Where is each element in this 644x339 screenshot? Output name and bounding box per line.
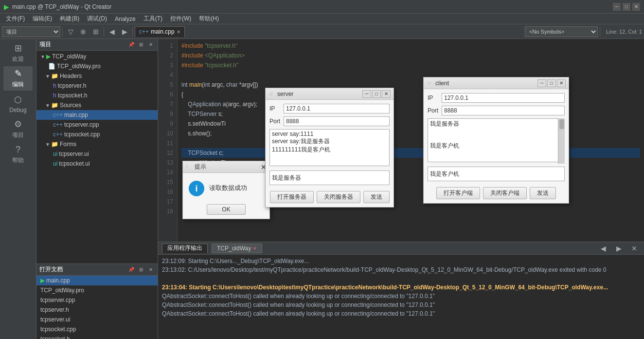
open-doc-main-cpp[interactable]: ▶ main.cpp <box>36 276 158 285</box>
menu-build[interactable]: 构建(B) <box>56 14 83 24</box>
tab-close-btn[interactable]: ✕ <box>177 29 180 35</box>
editor-tab-main[interactable]: c++ main.cpp ✕ <box>135 26 185 37</box>
minimize-button[interactable]: ─ <box>613 3 621 11</box>
client-port-input[interactable] <box>442 106 565 115</box>
open-doc-pro[interactable]: TCP_oldWay.pro <box>36 285 158 295</box>
client-port-row: Port <box>428 106 565 115</box>
tree-item-tcpserver-cpp[interactable]: c++ tcpserver.cpp <box>36 120 158 130</box>
client-close-btn[interactable]: ✕ <box>557 79 566 87</box>
menu-tools[interactable]: 工具(T) <box>140 14 166 24</box>
menu-widgets[interactable]: 控件(W) <box>166 14 195 24</box>
open-doc-label-4: tcpserver.ui <box>40 316 70 323</box>
tree-item-tcpsocket-cpp[interactable]: c++ tcpsocket.cpp <box>36 130 158 139</box>
client-scrollbar[interactable] <box>558 118 565 164</box>
tree-item-root[interactable]: ▼ ▶ TCP_oldWay <box>36 52 158 61</box>
server-close-btn2[interactable]: 关闭服务器 <box>317 191 360 203</box>
tree-item-main-cpp[interactable]: c++ main.cpp <box>36 110 158 120</box>
welcome-icon: ⊞ <box>15 43 22 54</box>
tree-item-tcpsocket-h[interactable]: h tcpsocket.h <box>36 91 158 100</box>
tree-item-tcpserver-ui[interactable]: ui tcpserver.ui <box>36 149 158 159</box>
client-close-btn2[interactable]: 关闭客户端 <box>483 187 527 199</box>
code-line-2: #include <QApplication> <box>181 51 640 60</box>
tree-item-headers[interactable]: ▼ 📁 Headers <box>36 71 158 81</box>
server-title: server <box>277 91 361 97</box>
client-send-btn[interactable]: 发送 <box>530 187 556 199</box>
client-body: IP Port 我是服务器 我是客户机 打开客户端 关闭客户端 发送 <box>424 89 569 203</box>
server-send-btn[interactable]: 发送 <box>363 191 390 203</box>
server-maximize-btn[interactable]: □ <box>372 90 381 98</box>
server-open-btn[interactable]: 打开服务器 <box>270 191 314 203</box>
sidebar-item-welcome[interactable]: ⊞ 欢迎 <box>3 41 33 65</box>
bottom-panel-scroll-right[interactable]: ▶ <box>613 243 625 254</box>
open-doc-label-1: TCP_oldWay.pro <box>40 287 84 294</box>
close-button[interactable]: ✕ <box>632 3 640 11</box>
server-close-btn[interactable]: ✕ <box>382 90 391 98</box>
sidebar-label-welcome: 欢迎 <box>12 55 24 63</box>
menu-help[interactable]: 帮助(H) <box>195 14 223 24</box>
menu-debug[interactable]: 调试(D) <box>83 14 111 24</box>
open-docs-pin-btn[interactable]: 📌 <box>127 266 135 274</box>
open-doc-tcpserver-h[interactable]: tcpserver.h <box>36 305 158 315</box>
open-docs-expand-btn[interactable]: ⊞ <box>137 266 145 274</box>
tree-item-pro[interactable]: 📄 TCP_oldWay.pro <box>36 61 158 71</box>
sidebar: ⊞ 欢迎 ✎ 编辑 ⬡ Debug ⚙ 项目 ? 帮助 <box>0 39 36 339</box>
bottom-tab-project[interactable]: TCP_oldWay ✕ <box>212 244 262 253</box>
client-open-btn[interactable]: 打开客户端 <box>436 187 480 199</box>
tree-item-sources[interactable]: ▼ 📁 Sources <box>36 100 158 110</box>
server-log-area[interactable]: server say:1111 server say:我是服务器 1111111… <box>269 129 390 166</box>
server-body: IP Port server say:1111 server say:我是服务器… <box>266 100 394 207</box>
bottom-panel-scroll-left[interactable]: ◀ <box>597 243 609 254</box>
open-doc-tcpserver-cpp[interactable]: tcpserver.cpp <box>36 295 158 305</box>
server-send-input[interactable] <box>269 170 390 185</box>
dialog-ok-btn[interactable]: OK <box>207 204 245 215</box>
client-send-input[interactable] <box>428 167 565 181</box>
output-line-0: 23:12:09: Starting C:\Users..._Debug\TCP… <box>162 257 640 265</box>
tree-label-main-cpp: main.cpp <box>64 112 88 118</box>
client-ip-input[interactable] <box>442 93 565 103</box>
server-ip-input[interactable] <box>284 104 390 113</box>
server-port-label: Port <box>269 118 282 125</box>
titlebar: ▶ main.cpp @ TCP_oldWay - Qt Creator ─ □… <box>0 0 644 14</box>
tree-icon-root: ▶ <box>46 53 51 60</box>
tree-item-tcpserver-h[interactable]: h tcpserver.h <box>36 81 158 91</box>
toolbar-link-btn[interactable]: ⊕ <box>77 26 89 38</box>
editor-tabs: c++ main.cpp ✕ <box>135 24 524 38</box>
toolbar-back-btn[interactable]: ◀ <box>106 26 118 38</box>
toolbar-filter-btn[interactable]: ▽ <box>65 26 76 38</box>
maximize-button[interactable]: □ <box>623 3 630 11</box>
client-maximize-btn[interactable]: □ <box>547 79 556 87</box>
menu-analyze[interactable]: Analyze <box>111 15 140 23</box>
sidebar-item-edit[interactable]: ✎ 编辑 <box>3 66 33 91</box>
panel-split-btn[interactable]: ⊞ <box>137 41 145 49</box>
sidebar-item-project[interactable]: ⚙ 项目 <box>3 117 33 141</box>
client-minimize-btn[interactable]: ─ <box>537 79 546 87</box>
code-line-7: QApplication a(argc, argv); <box>181 99 640 109</box>
sidebar-item-help[interactable]: ? 帮助 <box>3 142 33 167</box>
open-doc-tcpserver-ui[interactable]: tcpserver.ui <box>36 315 158 324</box>
open-docs-section: 打开文档 📌 ⊞ ✕ ▶ main.cpp <box>36 264 158 339</box>
client-log-area[interactable]: 我是服务器 我是客户机 <box>428 118 565 162</box>
bottom-tab-output[interactable]: 应用程序输出 <box>162 244 208 253</box>
menu-edit[interactable]: 编辑(E) <box>29 14 56 24</box>
output-line-4: QAbstractSocket::connectToHost() called … <box>162 292 640 301</box>
server-titlebar[interactable]: 🖥 server ─ □ ✕ <box>266 88 394 100</box>
menu-file[interactable]: 文件(F) <box>2 14 29 24</box>
tree-item-tcpsocket-ui[interactable]: ui tcpsocket.ui <box>36 159 158 169</box>
server-ip-row: IP <box>269 104 390 113</box>
client-titlebar[interactable]: 🖥 client ─ □ ✕ <box>424 77 569 89</box>
panel-pin-btn[interactable]: 📌 <box>127 41 135 49</box>
tree-item-forms[interactable]: ▼ 📁 Forms <box>36 139 158 149</box>
open-docs-close-btn[interactable]: ✕ <box>147 266 155 274</box>
panel-close-btn[interactable]: ✕ <box>147 41 155 49</box>
toolbar-expand-btn[interactable]: ⊞ <box>90 26 102 38</box>
server-port-input[interactable] <box>284 116 390 126</box>
open-doc-tcpsocket-h[interactable]: tcpsocket.h <box>36 334 158 339</box>
bottom-tab-close-icon[interactable]: ✕ <box>253 246 257 251</box>
project-dropdown[interactable]: 项目 <box>2 26 60 37</box>
open-doc-tcpsocket-cpp[interactable]: tcpsocket.cpp <box>36 324 158 334</box>
symbols-dropdown[interactable]: <No Symbols> <box>525 26 598 37</box>
server-minimize-btn[interactable]: ─ <box>362 90 371 98</box>
sidebar-item-debug[interactable]: ⬡ Debug <box>3 92 33 116</box>
toolbar-forward-btn[interactable]: ▶ <box>119 26 130 38</box>
bottom-panel-close[interactable]: ✕ <box>628 243 640 254</box>
